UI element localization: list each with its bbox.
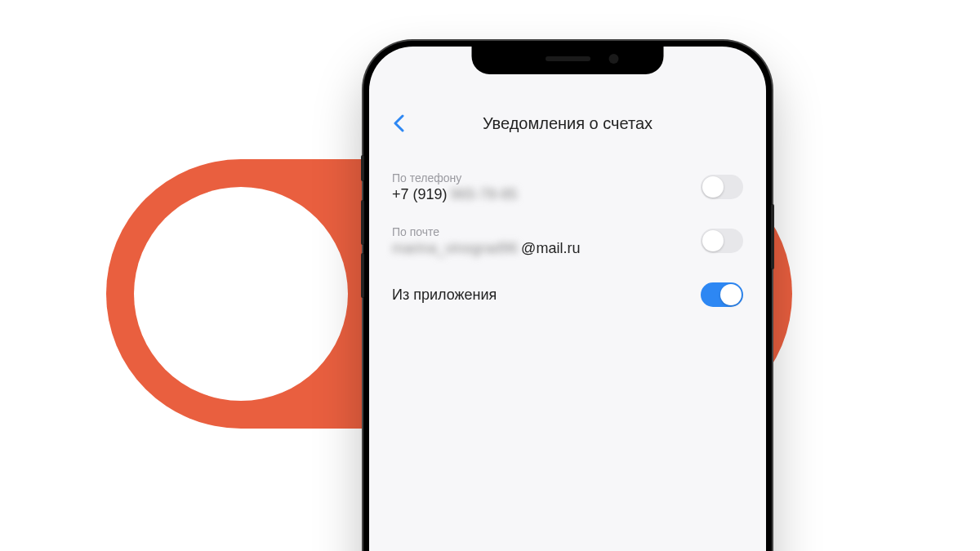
email-blurred: marina_vinograd96	[392, 240, 518, 257]
row-app-notifications: Из приложения	[392, 278, 743, 311]
phone-screen-container: Уведомления о счетах По телефону +7 (919…	[369, 47, 766, 551]
row-value: marina_vinograd96@mail.ru	[392, 240, 701, 257]
row-phone-notifications: По телефону +7 (919) 965-78-85	[392, 171, 743, 203]
toggle-knob	[720, 284, 742, 305]
background-circle	[134, 187, 348, 401]
page-title: Уведомления о счетах	[483, 114, 653, 133]
row-content: Из приложения	[392, 287, 701, 304]
row-label: Из приложения	[392, 287, 701, 304]
phone-button-mute	[361, 155, 364, 181]
settings-list: По телефону +7 (919) 965-78-85 По почте	[369, 141, 766, 311]
app-screen: Уведомления о счетах По телефону +7 (919…	[369, 47, 766, 551]
phone-frame: Уведомления о счетах По телефону +7 (919…	[363, 41, 772, 551]
phone-button-power	[771, 204, 774, 269]
row-value: +7 (919) 965-78-85	[392, 186, 701, 203]
row-email-notifications: По почте marina_vinograd96@mail.ru	[392, 224, 743, 257]
phone-notch	[472, 47, 664, 74]
email-suffix: @mail.ru	[521, 240, 580, 257]
phone-prefix: +7 (919)	[392, 186, 448, 203]
toggle-phone[interactable]	[701, 175, 743, 199]
toggle-knob	[702, 230, 724, 251]
row-label: По почте	[392, 225, 701, 238]
phone-blurred: 965-78-85	[451, 186, 518, 203]
row-content: По телефону +7 (919) 965-78-85	[392, 171, 701, 203]
chevron-left-icon	[393, 114, 404, 132]
phone-button-volume-up	[361, 200, 364, 245]
phone-button-volume-down	[361, 253, 364, 298]
back-button[interactable]	[389, 113, 408, 133]
row-label: По телефону	[392, 171, 701, 184]
row-content: По почте marina_vinograd96@mail.ru	[392, 225, 701, 257]
toggle-app[interactable]	[701, 282, 743, 307]
toggle-email[interactable]	[701, 229, 743, 253]
nav-header: Уведомления о счетах	[369, 105, 766, 141]
toggle-knob	[702, 176, 724, 198]
